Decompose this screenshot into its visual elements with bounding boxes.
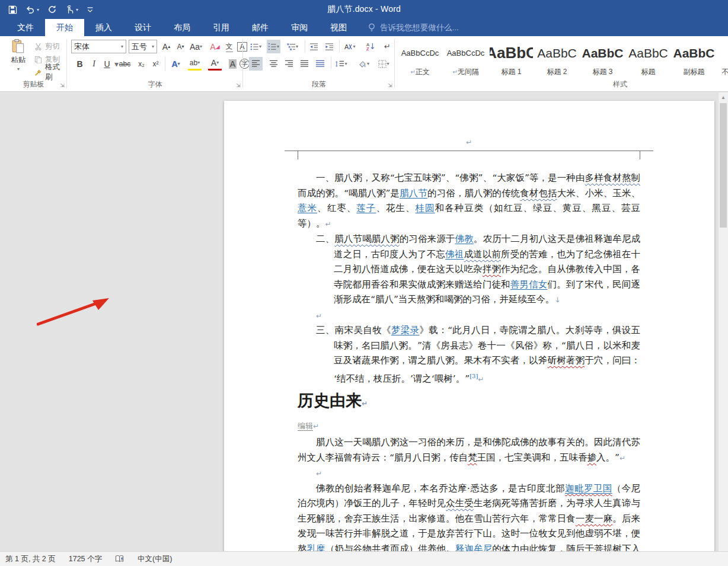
hyperlink[interactable]: 梦梁录 <box>391 325 420 335</box>
bold-button[interactable]: B <box>73 57 87 71</box>
sort-button[interactable]: AZ <box>364 40 378 53</box>
justify-button[interactable] <box>298 57 311 71</box>
bullets-button[interactable]: ▾ <box>249 40 263 53</box>
style-标题 2[interactable]: AaBbC标题 2 <box>535 39 579 78</box>
svg-text:Z: Z <box>366 46 369 51</box>
style-副标题[interactable]: AaBbC副标题 <box>672 39 716 78</box>
style-标题 3[interactable]: AaBbC标题 3 <box>581 39 624 78</box>
style-标题[interactable]: AaBbC标题 <box>627 39 670 78</box>
paragraph: 腊八这一天喝腊八粥这一习俗的来历，是和佛陀成佛的故事有关的。因此清代苏州文人李福… <box>298 435 640 466</box>
increase-indent-button[interactable] <box>323 40 336 53</box>
tab-file[interactable]: 文件 <box>6 19 45 36</box>
highlight-color-button[interactable]: ab▾ <box>188 57 202 71</box>
touch-mode-dropdown-icon[interactable]: ▾ <box>76 7 78 12</box>
tell-me-box[interactable]: 告诉我您想要做什么... <box>368 19 459 36</box>
undo-dropdown-icon[interactable]: ▾ <box>37 7 39 12</box>
shrink-font-button[interactable]: A▾ <box>174 40 187 53</box>
paste-dropdown-icon[interactable]: ▾ <box>17 66 20 72</box>
distribute-button[interactable] <box>313 57 327 71</box>
tab-布局[interactable]: 布局 <box>162 19 202 36</box>
align-center-button[interactable] <box>267 57 280 71</box>
font-group-label: 字体 <box>67 79 243 89</box>
proofing-status-icon[interactable] <box>115 555 124 563</box>
page-indicator[interactable]: 第 1 页, 共 2 页 <box>5 554 56 564</box>
hyperlink[interactable]: 桂圆 <box>416 203 435 213</box>
font-dialog-launcher[interactable]: ⇲ <box>235 82 241 88</box>
paragraph: 一、腊八粥，又称“七宝五味粥”、“佛粥”、“大家饭”等，是一种由多样食材熬制而成… <box>298 171 640 232</box>
redo-button[interactable] <box>47 5 57 14</box>
word-count[interactable]: 1725 个字 <box>69 554 102 564</box>
decrease-indent-button[interactable] <box>307 40 321 53</box>
show-marks-button[interactable]: ↵ <box>381 40 394 53</box>
hyperlink[interactable]: 迦毗罗卫国 <box>565 483 612 494</box>
document-page[interactable]: ↵ 一、腊八粥，又称“七宝五味粥”、“佛粥”、“大家饭”等，是一种由多样食材熬制… <box>224 101 714 552</box>
hyperlink[interactable]: 腊八节 <box>400 188 427 199</box>
tab-视图[interactable]: 视图 <box>319 19 358 36</box>
title-bar: ▾ ▾ 腊八节.docx - Word <box>0 0 728 19</box>
undo-button[interactable]: ▾ <box>25 5 39 14</box>
paste-button[interactable]: 粘贴 ▾ <box>5 39 32 81</box>
tab-插入[interactable]: 插入 <box>84 19 123 36</box>
font-name-combo[interactable]: 宋体▾ <box>71 40 126 53</box>
borders-button[interactable]: ▾ <box>377 57 391 71</box>
subscript-button[interactable]: x₂ <box>135 57 148 71</box>
customize-qat-icon[interactable] <box>87 6 94 13</box>
tab-邮件[interactable]: 邮件 <box>241 19 280 36</box>
shading-button[interactable]: ▾ <box>357 57 371 71</box>
line-spacing-button[interactable]: ▾ <box>334 57 348 71</box>
paragraph: 三、南宋吴自牧《梦梁录》载：“此月八日，寺院谓之腊八。大刹等寺，俱设五味粥，名曰… <box>298 323 640 387</box>
language-indicator[interactable]: 中文(中国) <box>138 554 172 564</box>
clipboard-group-label: 剪贴板 <box>0 79 67 89</box>
tab-开始[interactable]: 开始 <box>45 19 84 36</box>
scrollbar-thumb[interactable] <box>720 103 727 228</box>
window-title: 腊八节.docx - Word <box>0 4 728 15</box>
hyperlink[interactable]: 佛教 <box>455 234 474 244</box>
clear-formatting-button[interactable]: A◢ <box>208 40 222 53</box>
strikethrough-button[interactable]: abc <box>118 57 132 71</box>
paragraph-dialog-launcher[interactable]: ⇲ <box>387 82 393 88</box>
style-不明显强调[interactable]: AaB不明显强调 <box>718 39 728 78</box>
superscript-button[interactable]: x² <box>149 57 162 71</box>
font-color-button[interactable]: A▾ <box>208 57 222 71</box>
tab-审阅[interactable]: 审阅 <box>280 19 319 36</box>
hyperlink[interactable]: 薏米 <box>298 203 317 213</box>
numbering-button[interactable]: ▾ <box>267 40 280 53</box>
tab-设计[interactable]: 设计 <box>123 19 162 36</box>
edit-link-line: 编辑↵ <box>298 420 640 433</box>
style-标题 1[interactable]: AaBbC标题 1 <box>490 39 533 78</box>
cut-button[interactable]: 剪切 <box>34 40 60 53</box>
top-paragraph-mark: ↵ <box>298 135 640 151</box>
table-top-border <box>298 151 640 160</box>
status-bar: 第 1 页, 共 2 页 1725 个字 中文(中国) <box>0 551 728 566</box>
multilevel-list-button[interactable]: ▾ <box>286 40 299 53</box>
font-size-combo[interactable]: 五号▾ <box>129 40 157 53</box>
hyperlink[interactable]: 莲子 <box>356 203 376 213</box>
group-paragraph: ▾ ▾ ▾ A▾ AZ ↵ ▾ ▾ ▾ <box>243 36 395 91</box>
paragraph: 二、腊八节喝腊八粥的习俗来源于佛教。农历十二月初八这天是佛祖释迦牟尼成道之日，古… <box>298 232 640 308</box>
text-effects-button[interactable]: A▾ <box>169 57 183 71</box>
touch-mode-button[interactable]: ▾ <box>65 5 78 14</box>
asian-layout-button[interactable]: A▾ <box>343 40 356 53</box>
align-left-button[interactable] <box>249 57 263 71</box>
ribbon: 粘贴 ▾ 剪切 复制 格式刷 剪贴板 ⇲ 宋体▾ 五号▾ A▴ A▾ Aa▾ A… <box>0 36 728 92</box>
style-正文[interactable]: AaBbCcDc↵正文 <box>398 39 442 78</box>
scroll-up-icon[interactable]: ▲ <box>719 92 728 103</box>
ribbon-tab-row: 文件 开始插入设计布局引用邮件审阅视图 告诉我您想要做什么... <box>0 19 728 36</box>
format-painter-icon <box>34 69 42 76</box>
phonetic-guide-button[interactable]: 文 <box>222 40 236 53</box>
document-content: ↵ 一、腊八粥，又称“七宝五味粥”、“佛粥”、“大家饭”等，是一种由多样食材熬制… <box>298 101 640 552</box>
format-painter-button[interactable]: 格式刷 <box>34 66 67 79</box>
change-case-button[interactable]: Aa▾ <box>189 40 203 53</box>
align-right-button[interactable] <box>282 57 296 71</box>
vertical-scrollbar[interactable]: ▲ <box>718 92 728 551</box>
grow-font-button[interactable]: A▴ <box>159 40 173 53</box>
tab-引用[interactable]: 引用 <box>202 19 241 36</box>
hyperlink[interactable]: 佛祖 <box>445 249 464 260</box>
group-styles: AaBbCcDc↵正文AaBbCcDc↵无间隔AaBbC标题 1AaBbC标题 … <box>395 36 728 91</box>
clipboard-dialog-launcher[interactable]: ⇲ <box>59 82 65 88</box>
save-icon[interactable] <box>8 5 17 14</box>
svg-text:A: A <box>344 43 349 50</box>
hyperlink[interactable]: 善男信女 <box>510 279 548 290</box>
style-无间隔[interactable]: AaBbCcDc↵无间隔 <box>444 39 487 78</box>
italic-button[interactable]: I <box>87 57 101 71</box>
